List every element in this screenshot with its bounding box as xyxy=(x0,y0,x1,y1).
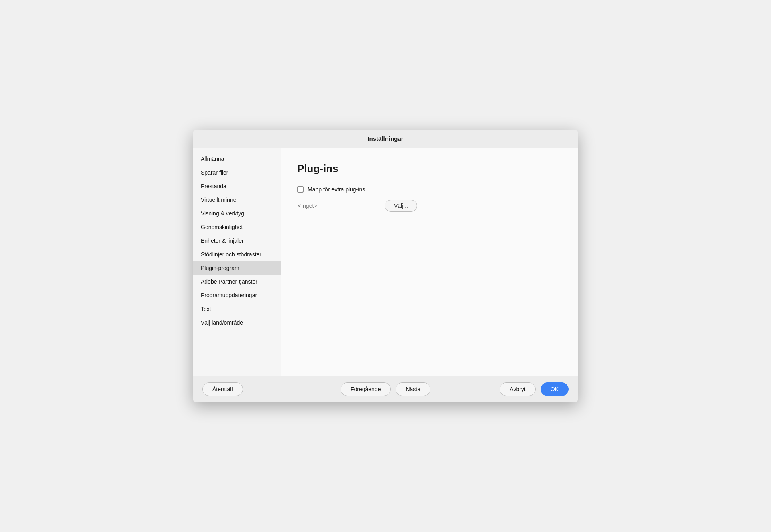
extra-plugins-checkbox[interactable] xyxy=(297,186,304,193)
sidebar-item-stodlinjer[interactable]: Stödlinjer och stödraster xyxy=(193,248,281,261)
sidebar-item-visning-verktyg[interactable]: Visning & verktyg xyxy=(193,207,281,220)
dialog-titlebar: Inställningar xyxy=(193,130,578,148)
sidebar: AllmännaSparar filerPrestandaVirtuellt m… xyxy=(193,148,281,376)
ok-button[interactable]: OK xyxy=(541,382,569,396)
next-button[interactable]: Nästa xyxy=(396,382,430,396)
extra-plugins-row: Mapp för extra plug-ins xyxy=(297,186,562,193)
section-title: Plug-ins xyxy=(297,162,562,175)
settings-dialog: Inställningar AllmännaSparar filerPresta… xyxy=(193,130,578,402)
sidebar-item-genomskinlighet[interactable]: Genomskinlighet xyxy=(193,220,281,234)
sidebar-item-allman[interactable]: Allmänna xyxy=(193,152,281,166)
prev-button[interactable]: Föregående xyxy=(341,382,391,396)
dialog-body: AllmännaSparar filerPrestandaVirtuellt m… xyxy=(193,148,578,376)
sidebar-item-enheter-linjaler[interactable]: Enheter & linjaler xyxy=(193,234,281,248)
sidebar-item-plugin-program[interactable]: Plugin-program xyxy=(193,261,281,275)
footer-right: Avbryt OK xyxy=(447,382,569,396)
sidebar-item-prestanda[interactable]: Prestanda xyxy=(193,179,281,193)
reset-button[interactable]: Återställ xyxy=(202,382,243,396)
sidebar-item-virtuellt-minne[interactable]: Virtuellt minne xyxy=(193,193,281,207)
dialog-title: Inställningar xyxy=(367,135,403,142)
footer-center: Föregående Nästa xyxy=(324,382,447,396)
main-content: Plug-ins Mapp för extra plug-ins Välj... xyxy=(281,148,578,376)
path-input[interactable] xyxy=(298,203,378,209)
choose-button[interactable]: Välj... xyxy=(385,200,417,212)
sidebar-item-programuppdateringar[interactable]: Programuppdateringar xyxy=(193,288,281,302)
path-row: Välj... xyxy=(298,200,562,212)
sidebar-item-valj-land[interactable]: Välj land/område xyxy=(193,316,281,329)
sidebar-item-sparar-filer[interactable]: Sparar filer xyxy=(193,166,281,179)
sidebar-item-text[interactable]: Text xyxy=(193,302,281,316)
sidebar-item-adobe-partner[interactable]: Adobe Partner-tjänster xyxy=(193,275,281,288)
cancel-button[interactable]: Avbryt xyxy=(500,382,535,396)
extra-plugins-label: Mapp för extra plug-ins xyxy=(308,186,365,193)
dialog-footer: Återställ Föregående Nästa Avbryt OK xyxy=(193,376,578,402)
footer-left: Återställ xyxy=(202,382,324,396)
